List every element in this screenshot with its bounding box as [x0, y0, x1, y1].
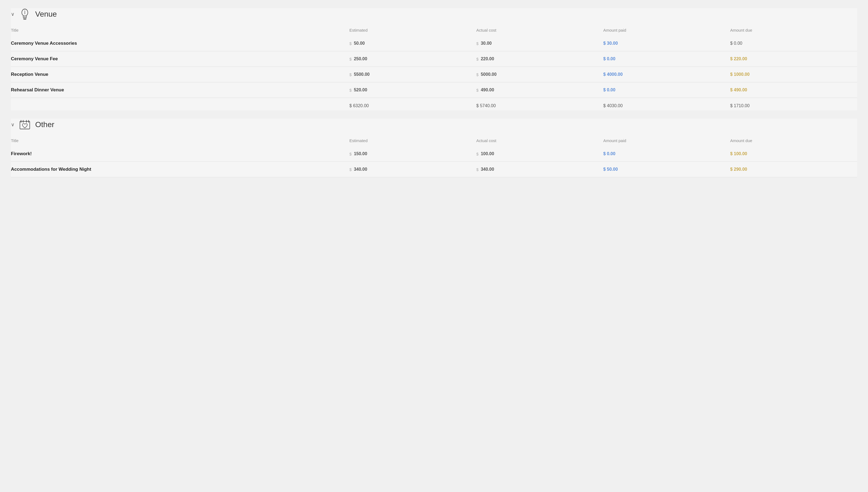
due-value: $ 490.00: [730, 88, 747, 93]
due-value: $ 0.00: [730, 41, 742, 46]
item-estimated: $250.00: [349, 51, 476, 67]
dollar-icon: $: [349, 152, 352, 156]
due-value: $ 100.00: [730, 151, 747, 156]
item-due: $ 290.00: [730, 162, 857, 177]
heart-box-icon: [19, 119, 31, 131]
dollar-icon: $: [349, 167, 352, 172]
due-value: $ 1000.00: [730, 72, 750, 77]
estimated-value: 520.00: [354, 88, 367, 93]
table-row: Ceremony Venue Fee$250.00$220.00$ 0.00$ …: [11, 51, 857, 67]
item-actual: $5000.00: [476, 67, 603, 82]
actual-value: 340.00: [481, 167, 494, 172]
item-title: Ceremony Venue Fee: [11, 51, 349, 67]
item-estimated: $340.00: [349, 162, 476, 177]
dollar-icon: $: [349, 72, 352, 77]
dollar-icon: $: [476, 88, 478, 93]
col-header-paid: Amount paid: [603, 26, 730, 36]
estimated-value: 5500.00: [354, 72, 370, 77]
table-row: Firework!$150.00$100.00$ 0.00$ 100.00: [11, 146, 857, 162]
actual-value: 30.00: [481, 41, 492, 46]
section-venue: ∨ VenueTitleEstimatedActual costAmount p…: [11, 8, 857, 110]
item-actual: $30.00: [476, 36, 603, 51]
dollar-icon: $: [349, 88, 352, 93]
estimated-value: 150.00: [354, 151, 367, 156]
item-actual: $340.00: [476, 162, 603, 177]
col-header-title: Title: [11, 136, 349, 146]
item-title: Firework!: [11, 146, 349, 162]
item-paid: $ 30.00: [603, 36, 730, 51]
item-paid: $ 0.00: [603, 146, 730, 162]
budget-table-other: TitleEstimatedActual costAmount paidAmou…: [11, 136, 857, 177]
col-header-estimated: Estimated: [349, 26, 476, 36]
totals-row: $ 6320.00$ 5740.00$ 4030.00$ 1710.00: [11, 98, 857, 111]
item-due: $ 1000.00: [730, 67, 857, 82]
total-due: $ 1710.00: [730, 98, 857, 111]
dollar-icon: $: [476, 167, 478, 172]
lightbulb-icon: [19, 8, 31, 20]
total-estimated: $ 6320.00: [349, 98, 476, 111]
estimated-value: 50.00: [354, 41, 365, 46]
col-header-actual: Actual cost: [476, 136, 603, 146]
item-due: $ 100.00: [730, 146, 857, 162]
item-title: Ceremony Venue Accessories: [11, 36, 349, 51]
item-paid: $ 4000.00: [603, 67, 730, 82]
actual-value: 220.00: [481, 56, 494, 62]
item-due: $ 0.00: [730, 36, 857, 51]
item-actual: $490.00: [476, 82, 603, 98]
item-actual: $100.00: [476, 146, 603, 162]
col-header-estimated: Estimated: [349, 136, 476, 146]
section-header-venue: ∨ Venue: [11, 8, 857, 20]
total-actual: $ 5740.00: [476, 98, 603, 111]
item-estimated: $5500.00: [349, 67, 476, 82]
item-paid: $ 50.00: [603, 162, 730, 177]
item-due: $ 220.00: [730, 51, 857, 67]
paid-value: $ 50.00: [603, 167, 618, 172]
item-estimated: $150.00: [349, 146, 476, 162]
col-header-due: Amount due: [730, 136, 857, 146]
item-actual: $220.00: [476, 51, 603, 67]
item-due: $ 490.00: [730, 82, 857, 98]
paid-value: $ 4000.00: [603, 72, 622, 77]
item-estimated: $50.00: [349, 36, 476, 51]
paid-value: $ 30.00: [603, 41, 618, 46]
actual-value: 490.00: [481, 88, 494, 93]
chevron-down-icon[interactable]: ∨: [11, 11, 15, 17]
section-title-venue: Venue: [35, 10, 57, 19]
item-estimated: $520.00: [349, 82, 476, 98]
total-paid: $ 4030.00: [603, 98, 730, 111]
dollar-icon: $: [349, 57, 352, 62]
budget-table-venue: TitleEstimatedActual costAmount paidAmou…: [11, 26, 857, 110]
table-row: Rehearsal Dinner Venue$520.00$490.00$ 0.…: [11, 82, 857, 98]
due-value: $ 220.00: [730, 56, 747, 62]
item-paid: $ 0.00: [603, 51, 730, 67]
due-value: $ 290.00: [730, 167, 747, 172]
actual-value: 5000.00: [481, 72, 496, 77]
col-header-title: Title: [11, 26, 349, 36]
paid-value: $ 0.00: [603, 56, 615, 62]
dollar-icon: $: [476, 152, 478, 156]
item-title: Rehearsal Dinner Venue: [11, 82, 349, 98]
section-header-other: ∨ Other: [11, 119, 857, 131]
estimated-value: 250.00: [354, 56, 367, 62]
col-header-paid: Amount paid: [603, 136, 730, 146]
dollar-icon: $: [349, 41, 352, 46]
actual-value: 100.00: [481, 151, 494, 156]
item-title: Accommodations for Wedding Night: [11, 162, 349, 177]
dollar-icon: $: [476, 57, 478, 62]
dollar-icon: $: [476, 41, 478, 46]
table-row: Accommodations for Wedding Night$340.00$…: [11, 162, 857, 177]
dollar-icon: $: [476, 72, 478, 77]
col-header-actual: Actual cost: [476, 26, 603, 36]
section-other: ∨ OtherTitleEstimatedActual costAmount p…: [11, 119, 857, 177]
estimated-value: 340.00: [354, 167, 367, 172]
table-row: Ceremony Venue Accessories$50.00$30.00$ …: [11, 36, 857, 51]
item-title: Reception Venue: [11, 67, 349, 82]
section-title-other: Other: [35, 120, 54, 129]
paid-value: $ 0.00: [603, 151, 615, 156]
chevron-down-icon[interactable]: ∨: [11, 122, 15, 128]
paid-value: $ 0.00: [603, 88, 615, 93]
item-paid: $ 0.00: [603, 82, 730, 98]
col-header-due: Amount due: [730, 26, 857, 36]
table-row: Reception Venue$5500.00$5000.00$ 4000.00…: [11, 67, 857, 82]
